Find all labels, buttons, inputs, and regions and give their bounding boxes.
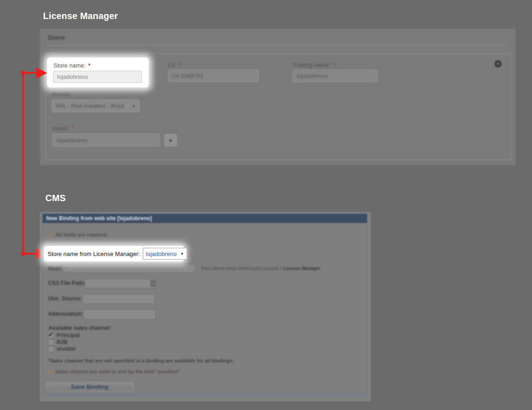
utm-source-input[interactable] <box>82 294 155 304</box>
sales-channel-option: B2B <box>48 339 68 345</box>
store-name-input[interactable] <box>53 71 142 83</box>
moeda-selected-value: BRL - Real brasileiro - Brasil <box>56 103 124 109</box>
required-asterisk: * <box>88 63 91 69</box>
abbreviation-label: Abbreviation: <box>48 311 83 317</box>
trading-name-label: Trading name:* <box>293 61 335 69</box>
host-label: Host: <box>48 265 62 272</box>
add-host-button[interactable]: + <box>164 134 177 146</box>
host-input[interactable] <box>63 264 195 273</box>
divider <box>46 45 509 46</box>
lv-label: LV:* <box>168 61 181 69</box>
store-name-label: Store name:* <box>53 62 91 69</box>
hosts-input[interactable] <box>53 134 160 146</box>
browse-icon[interactable] <box>150 280 156 286</box>
store-section-title: Store <box>48 34 65 41</box>
cms-panel: New Binding from web site [lojadobreno] … <box>40 212 371 401</box>
css-file-path-input[interactable] <box>85 279 157 288</box>
checkbox-principal[interactable] <box>48 333 54 338</box>
chevron-down-icon: ▼ <box>180 252 184 256</box>
abbreviation-input[interactable] <box>83 309 156 319</box>
new-binding-form: New Binding from web site [lojadobreno] … <box>42 213 368 396</box>
checkbox-oivoltei[interactable] <box>48 346 54 352</box>
store-name-from-lm-label: Store name from License Manager: <box>48 251 140 257</box>
close-icon[interactable]: ✕ <box>494 60 502 68</box>
store-name-from-lm-select[interactable]: lojadobreno ▼ <box>143 248 187 260</box>
sales-channel-option: Principal <box>48 332 80 338</box>
required-warning: ⚠ All fields are required. <box>48 232 108 237</box>
warning-icon: ⚠ <box>47 368 53 374</box>
lv-input[interactable] <box>168 70 259 82</box>
required-asterisk: * <box>333 62 335 68</box>
license-manager-title: License Manager <box>43 11 118 21</box>
css-file-path-label: CSS File Path: <box>48 280 85 286</box>
required-asterisk: * <box>179 62 181 68</box>
trading-name-input[interactable] <box>293 70 378 82</box>
utm-source-label: Utm_Source: <box>48 295 82 302</box>
checkbox-b2b[interactable] <box>48 339 54 345</box>
moeda-select[interactable]: BRL - Real brasileiro - Brasil ▼ <box>52 100 140 112</box>
sales-channel-label: Available sales channel: <box>48 325 111 331</box>
position-warning: ⚠ Sales channel are valid to sort by the… <box>47 368 180 374</box>
chevron-down-icon: ▼ <box>132 104 135 108</box>
host-note: Para alterar estas informações acesse o … <box>201 266 320 271</box>
required-asterisk: * <box>72 125 74 132</box>
cms-title: CMS <box>45 193 66 203</box>
hosts-label: Hosts:* <box>53 124 74 132</box>
selected-store-name: lojadobreno <box>146 251 177 257</box>
cms-store-name-highlight: Store name from License Manager: lojadob… <box>44 246 184 261</box>
tutorial-page: { "titles": { "license_manager": "Licens… <box>0 0 532 410</box>
css-file-path-field <box>85 279 157 288</box>
binding-form-header: New Binding from web site [lojadobreno] <box>43 214 367 223</box>
sales-channel-footnote: *Sales channel that are not specified in… <box>48 358 234 363</box>
save-binding-button[interactable]: Save Binding <box>46 382 133 391</box>
sales-channel-option: oivoltei <box>48 346 76 352</box>
license-manager-panel: Store LV:* Trading name:* ✕ Moeda: BRL -… <box>40 29 516 165</box>
store-name-highlight: Store name:* <box>47 58 149 87</box>
warning-icon: ⚠ <box>48 232 53 237</box>
moeda-label: Moeda: <box>52 91 71 97</box>
